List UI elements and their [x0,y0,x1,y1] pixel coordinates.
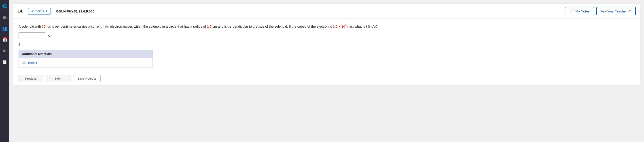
mail-icon[interactable]: ✉ [1,47,8,54]
ebook-icon: 📖 [22,61,26,65]
my-notes-button[interactable]: 📄 My Notes [565,7,594,15]
card-header: 14. -/1 points ▼ OSUNIPHYS1 29.6.P.055. … [13,4,640,19]
question-number: 14. [18,9,24,14]
answer-row: A [18,32,635,39]
next-button[interactable]: Next [46,75,70,82]
unit-label: A [48,34,50,38]
question-text: A solenoid with 35 turns per centimeter … [18,24,635,29]
red-value-1: 35 [42,24,46,28]
previous-button[interactable]: Previous [18,75,43,82]
main-content: 14. -/1 points ▼ OSUNIPHYS1 29.6.P.055. … [10,0,644,142]
ebook-label: eBook [28,61,37,65]
globe-icon[interactable]: 🌐 [1,3,8,10]
ask-teacher-chevron-icon: ▼ [628,9,631,13]
points-button[interactable]: -/1 points ▼ [28,8,51,14]
layout-icon[interactable]: ▦ [1,14,8,21]
my-notes-label: My Notes [575,9,590,13]
calendar-icon[interactable]: 📅 [1,36,8,43]
ask-teacher-button[interactable]: Ask Your Teacher ▼ [596,7,636,15]
answer-input[interactable] [18,32,46,39]
save-progress-button[interactable]: Save Progress [73,75,100,82]
card-footer: Previous Next Save Progress [13,72,640,85]
question-code: OSUNIPHYS1 29.6.P.055. [56,9,95,13]
sidebar: 🌐 ▦ 👥 📅 ✉ 📋 [0,0,10,142]
additional-materials-header: Additional Materials [19,50,152,58]
text2: . An electron moves within the solenoid … [103,24,207,28]
text5: (in A)? [367,24,378,28]
additional-materials-body: 📖 eBook [19,58,152,68]
points-label: -/1 points [31,9,44,13]
chevron-down-icon: ▼ [46,9,48,13]
header-actions: 📄 My Notes Ask Your Teacher ▼ [565,7,636,15]
users-icon[interactable]: 👥 [1,25,8,32]
ebook-link[interactable]: 📖 eBook [22,61,149,65]
notes-icon: 📄 [569,9,574,13]
document-icon[interactable]: 📋 [1,58,8,66]
ask-teacher-label: Ask Your Teacher [601,9,627,13]
text-before-red1: A solenoid with [18,24,42,28]
red-value-3: 3.2 × 105 [333,24,346,28]
text3: cm and is perpendicular to the axis of t… [212,24,333,28]
text-after-red1: turns per centimeter carries a current [46,24,102,28]
red-value-2: 2.5 [207,24,212,28]
card-body: A solenoid with 35 turns per centimeter … [13,19,640,72]
dagger-symbol: † [18,43,635,47]
question-card: 14. -/1 points ▼ OSUNIPHYS1 29.6.P.055. … [13,3,640,85]
text4: m/s, what is [346,24,366,28]
additional-materials-panel: Additional Materials 📖 eBook [18,50,153,68]
